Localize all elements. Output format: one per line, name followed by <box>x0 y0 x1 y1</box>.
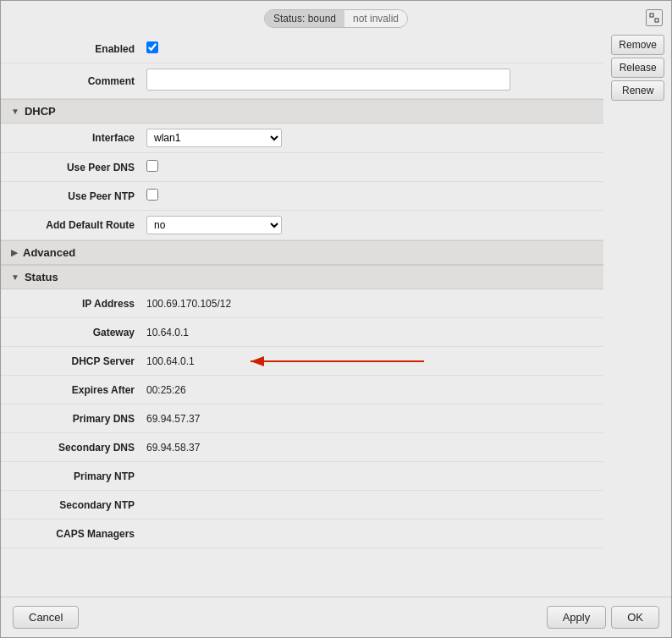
secondary-ntp-row: Secondary NTP <box>1 491 603 520</box>
primary-dns-value: 69.94.57.37 <box>146 413 593 425</box>
ip-address-value: 100.69.170.105/12 <box>146 298 593 310</box>
expand-icon[interactable] <box>646 9 663 26</box>
primary-dns-row: Primary DNS 69.94.57.37 <box>1 404 603 433</box>
status-section-title: Status <box>25 271 58 283</box>
comment-input[interactable] <box>146 69 510 91</box>
advanced-arrow-icon: ▶ <box>11 248 18 257</box>
use-peer-dns-label: Use Peer DNS <box>11 162 146 173</box>
advanced-section-title: Advanced <box>23 246 75 259</box>
comment-label: Comment <box>11 75 146 87</box>
ip-address-label: IP Address <box>11 298 146 310</box>
advanced-section-header[interactable]: ▶ Advanced <box>1 240 603 265</box>
enabled-value <box>146 41 593 56</box>
status-section-header[interactable]: ▼ Status <box>1 265 603 289</box>
comment-row: Comment <box>1 63 603 99</box>
interface-select[interactable]: wlan1 wlan2 ether1 <box>146 129 282 147</box>
cancel-button[interactable]: Cancel <box>13 606 79 629</box>
dhcp-server-label: DHCP Server <box>11 355 146 367</box>
bottom-bar: Cancel Apply OK <box>1 597 671 637</box>
ip-address-row: IP Address 100.69.170.105/12 <box>1 289 603 318</box>
secondary-ntp-label: Secondary NTP <box>11 499 146 511</box>
add-default-route-row: Add Default Route no yes <box>1 211 603 240</box>
main-content: Enabled Comment ▼ DHCP Interface wlan1 w… <box>1 35 671 597</box>
add-default-route-value: no yes <box>146 216 593 234</box>
gateway-label: Gateway <box>11 327 146 338</box>
top-bar: Status: bound not invalid <box>1 1 671 35</box>
main-window: Status: bound not invalid Remove Release… <box>0 0 672 638</box>
dhcp-section-title: DHCP <box>25 105 56 118</box>
primary-ntp-label: Primary NTP <box>11 470 146 482</box>
caps-managers-row: CAPS Managers <box>1 520 603 548</box>
interface-row: Interface wlan1 wlan2 ether1 <box>1 124 603 153</box>
add-default-route-label: Add Default Route <box>11 219 146 231</box>
status-badge: Status: bound not invalid <box>264 9 408 28</box>
release-button[interactable]: Release <box>611 58 664 78</box>
interface-label: Interface <box>11 132 146 144</box>
svg-rect-0 <box>650 14 653 17</box>
expires-after-value: 00:25:26 <box>146 384 593 396</box>
expires-after-row: Expires After 00:25:26 <box>1 376 603 404</box>
status-bound-label: Status: bound <box>265 10 344 27</box>
add-default-route-select[interactable]: no yes <box>146 216 282 234</box>
use-peer-dns-checkbox[interactable] <box>146 160 158 172</box>
renew-button[interactable]: Renew <box>611 80 664 101</box>
enabled-label: Enabled <box>11 43 146 55</box>
enabled-row: Enabled <box>1 35 603 63</box>
dhcp-server-value: 100.64.0.1 <box>146 355 593 367</box>
gateway-value: 10.64.0.1 <box>146 327 593 338</box>
apply-button[interactable]: Apply <box>547 606 607 629</box>
remove-button[interactable]: Remove <box>611 35 664 55</box>
comment-value <box>146 69 593 93</box>
secondary-dns-value: 69.94.58.37 <box>146 442 593 454</box>
caps-managers-label: CAPS Managers <box>11 528 146 540</box>
use-peer-ntp-value <box>146 189 593 203</box>
dhcp-server-row: DHCP Server 100.64.0.1 <box>1 347 603 376</box>
status-notinvalid-label: not invalid <box>344 10 407 27</box>
interface-value: wlan1 wlan2 ether1 <box>146 129 593 147</box>
expires-after-label: Expires After <box>11 384 146 396</box>
use-peer-dns-value <box>146 160 593 174</box>
use-peer-ntp-label: Use Peer NTP <box>11 190 146 202</box>
status-arrow-icon: ▼ <box>11 272 19 282</box>
gateway-row: Gateway 10.64.0.1 <box>1 318 603 347</box>
svg-rect-1 <box>655 19 658 22</box>
side-buttons: Remove Release Renew <box>611 35 664 101</box>
use-peer-ntp-checkbox[interactable] <box>146 189 158 201</box>
use-peer-ntp-row: Use Peer NTP <box>1 182 603 211</box>
dhcp-section-header[interactable]: ▼ DHCP <box>1 99 603 124</box>
secondary-dns-label: Secondary DNS <box>11 442 146 454</box>
secondary-dns-row: Secondary DNS 69.94.58.37 <box>1 433 603 462</box>
enabled-checkbox[interactable] <box>146 41 158 53</box>
primary-dns-label: Primary DNS <box>11 413 146 425</box>
primary-ntp-row: Primary NTP <box>1 462 603 491</box>
ok-button[interactable]: OK <box>611 606 659 629</box>
bottom-right-buttons: Apply OK <box>547 606 659 629</box>
use-peer-dns-row: Use Peer DNS <box>1 153 603 182</box>
dhcp-arrow-icon: ▼ <box>11 107 19 116</box>
